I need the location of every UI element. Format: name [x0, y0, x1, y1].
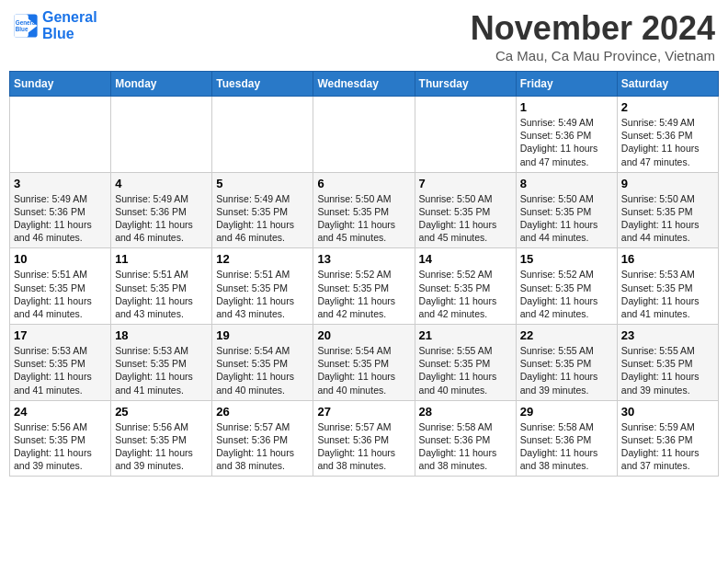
day-info: Sunrise: 5:50 AM Sunset: 5:35 PM Dayligh…: [520, 192, 613, 245]
day-number: 8: [520, 177, 613, 190]
calendar-cell: 19Sunrise: 5:54 AM Sunset: 5:35 PM Dayli…: [212, 325, 313, 401]
weekday-header-friday: Friday: [516, 72, 617, 97]
day-number: 7: [419, 177, 512, 190]
calendar-cell: 5Sunrise: 5:49 AM Sunset: 5:35 PM Daylig…: [212, 172, 313, 248]
calendar-cell: 21Sunrise: 5:55 AM Sunset: 5:35 PM Dayli…: [415, 325, 516, 401]
day-info: Sunrise: 5:49 AM Sunset: 5:35 PM Dayligh…: [216, 192, 309, 245]
day-info: Sunrise: 5:53 AM Sunset: 5:35 PM Dayligh…: [14, 344, 107, 396]
day-number: 5: [216, 177, 309, 190]
calendar-week-1: 1Sunrise: 5:49 AM Sunset: 5:36 PM Daylig…: [10, 97, 719, 173]
calendar-cell: 12Sunrise: 5:51 AM Sunset: 5:35 PM Dayli…: [212, 248, 313, 325]
weekday-header-monday: Monday: [111, 72, 212, 97]
day-number: 24: [14, 405, 107, 419]
calendar-week-3: 10Sunrise: 5:51 AM Sunset: 5:35 PM Dayli…: [10, 248, 719, 325]
day-number: 12: [216, 252, 309, 266]
calendar-cell: [212, 97, 313, 173]
logo-text: General Blue: [42, 9, 97, 41]
day-number: 17: [14, 328, 107, 342]
day-number: 16: [621, 252, 714, 266]
day-info: Sunrise: 5:51 AM Sunset: 5:35 PM Dayligh…: [216, 268, 309, 320]
logo: General Blue General Blue: [13, 9, 97, 41]
day-info: Sunrise: 5:58 AM Sunset: 5:36 PM Dayligh…: [419, 420, 512, 473]
day-info: Sunrise: 5:59 AM Sunset: 5:36 PM Dayligh…: [621, 420, 714, 473]
day-info: Sunrise: 5:49 AM Sunset: 5:36 PM Dayligh…: [520, 116, 613, 168]
day-info: Sunrise: 5:51 AM Sunset: 5:35 PM Dayligh…: [14, 268, 107, 320]
calendar-cell: 25Sunrise: 5:56 AM Sunset: 5:35 PM Dayli…: [111, 400, 212, 477]
day-number: 27: [317, 405, 410, 419]
calendar-cell: 4Sunrise: 5:49 AM Sunset: 5:36 PM Daylig…: [111, 172, 212, 248]
title-block: November 2024 Ca Mau, Ca Mau Province, V…: [471, 9, 715, 63]
day-number: 4: [115, 177, 208, 190]
day-info: Sunrise: 5:56 AM Sunset: 5:35 PM Dayligh…: [14, 420, 107, 473]
calendar-body: 1Sunrise: 5:49 AM Sunset: 5:36 PM Daylig…: [10, 97, 719, 477]
day-info: Sunrise: 5:58 AM Sunset: 5:36 PM Dayligh…: [520, 420, 613, 473]
calendar-header: SundayMondayTuesdayWednesdayThursdayFrid…: [10, 72, 719, 97]
calendar-cell: 29Sunrise: 5:58 AM Sunset: 5:36 PM Dayli…: [516, 400, 617, 477]
day-number: 18: [115, 328, 208, 342]
weekday-header-sunday: Sunday: [10, 72, 111, 97]
calendar-cell: 15Sunrise: 5:52 AM Sunset: 5:35 PM Dayli…: [516, 248, 617, 325]
svg-text:General: General: [16, 18, 38, 25]
calendar-cell: 14Sunrise: 5:52 AM Sunset: 5:35 PM Dayli…: [415, 248, 516, 325]
calendar-cell: 17Sunrise: 5:53 AM Sunset: 5:35 PM Dayli…: [10, 325, 111, 401]
day-info: Sunrise: 5:54 AM Sunset: 5:35 PM Dayligh…: [317, 344, 410, 396]
day-number: 3: [14, 177, 107, 190]
calendar-cell: 18Sunrise: 5:53 AM Sunset: 5:35 PM Dayli…: [111, 325, 212, 401]
calendar-week-4: 17Sunrise: 5:53 AM Sunset: 5:35 PM Dayli…: [10, 325, 719, 401]
day-info: Sunrise: 5:55 AM Sunset: 5:35 PM Dayligh…: [621, 344, 714, 396]
month-title: November 2024: [471, 9, 715, 48]
day-number: 10: [14, 252, 107, 266]
calendar-table: SundayMondayTuesdayWednesdayThursdayFrid…: [9, 71, 719, 477]
calendar-cell: 3Sunrise: 5:49 AM Sunset: 5:36 PM Daylig…: [10, 172, 111, 248]
day-number: 30: [621, 405, 714, 419]
day-info: Sunrise: 5:50 AM Sunset: 5:35 PM Dayligh…: [621, 192, 714, 245]
day-number: 13: [317, 252, 410, 266]
day-info: Sunrise: 5:49 AM Sunset: 5:36 PM Dayligh…: [621, 116, 714, 168]
day-number: 15: [520, 252, 613, 266]
calendar-cell: [111, 97, 212, 173]
day-info: Sunrise: 5:53 AM Sunset: 5:35 PM Dayligh…: [621, 268, 714, 320]
day-info: Sunrise: 5:49 AM Sunset: 5:36 PM Dayligh…: [115, 192, 208, 245]
weekday-header-row: SundayMondayTuesdayWednesdayThursdayFrid…: [10, 72, 719, 97]
calendar-week-5: 24Sunrise: 5:56 AM Sunset: 5:35 PM Dayli…: [10, 400, 719, 477]
calendar-cell: 13Sunrise: 5:52 AM Sunset: 5:35 PM Dayli…: [313, 248, 415, 325]
day-number: 6: [317, 177, 410, 190]
day-info: Sunrise: 5:56 AM Sunset: 5:35 PM Dayligh…: [115, 420, 208, 473]
location-title: Ca Mau, Ca Mau Province, Vietnam: [471, 48, 715, 63]
calendar-cell: 20Sunrise: 5:54 AM Sunset: 5:35 PM Dayli…: [313, 325, 415, 401]
calendar-cell: 26Sunrise: 5:57 AM Sunset: 5:36 PM Dayli…: [212, 400, 313, 477]
calendar-cell: 2Sunrise: 5:49 AM Sunset: 5:36 PM Daylig…: [617, 97, 718, 173]
calendar-cell: 16Sunrise: 5:53 AM Sunset: 5:35 PM Dayli…: [617, 248, 718, 325]
day-number: 19: [216, 328, 309, 342]
calendar-cell: [10, 97, 111, 173]
day-info: Sunrise: 5:49 AM Sunset: 5:36 PM Dayligh…: [14, 192, 107, 245]
page-header: General Blue General Blue November 2024 …: [9, 9, 719, 63]
weekday-header-wednesday: Wednesday: [313, 72, 415, 97]
day-info: Sunrise: 5:55 AM Sunset: 5:35 PM Dayligh…: [520, 344, 613, 396]
day-info: Sunrise: 5:52 AM Sunset: 5:35 PM Dayligh…: [317, 268, 410, 320]
day-info: Sunrise: 5:57 AM Sunset: 5:36 PM Dayligh…: [317, 420, 410, 473]
weekday-header-tuesday: Tuesday: [212, 72, 313, 97]
day-number: 21: [419, 328, 512, 342]
calendar-cell: 23Sunrise: 5:55 AM Sunset: 5:35 PM Dayli…: [617, 325, 718, 401]
calendar-cell: 28Sunrise: 5:58 AM Sunset: 5:36 PM Dayli…: [415, 400, 516, 477]
calendar-cell: 11Sunrise: 5:51 AM Sunset: 5:35 PM Dayli…: [111, 248, 212, 325]
day-number: 11: [115, 252, 208, 266]
day-info: Sunrise: 5:54 AM Sunset: 5:35 PM Dayligh…: [216, 344, 309, 396]
day-number: 9: [621, 177, 714, 190]
day-number: 26: [216, 405, 309, 419]
calendar-cell: [313, 97, 415, 173]
day-number: 2: [621, 100, 714, 114]
calendar-cell: 27Sunrise: 5:57 AM Sunset: 5:36 PM Dayli…: [313, 400, 415, 477]
weekday-header-saturday: Saturday: [617, 72, 718, 97]
day-number: 23: [621, 328, 714, 342]
day-number: 28: [419, 405, 512, 419]
svg-text:Blue: Blue: [16, 26, 28, 32]
calendar-cell: 24Sunrise: 5:56 AM Sunset: 5:35 PM Dayli…: [10, 400, 111, 477]
day-info: Sunrise: 5:55 AM Sunset: 5:35 PM Dayligh…: [419, 344, 512, 396]
calendar-cell: [415, 97, 516, 173]
day-number: 25: [115, 405, 208, 419]
day-number: 1: [520, 100, 613, 114]
day-info: Sunrise: 5:52 AM Sunset: 5:35 PM Dayligh…: [520, 268, 613, 320]
calendar-cell: 6Sunrise: 5:50 AM Sunset: 5:35 PM Daylig…: [313, 172, 415, 248]
